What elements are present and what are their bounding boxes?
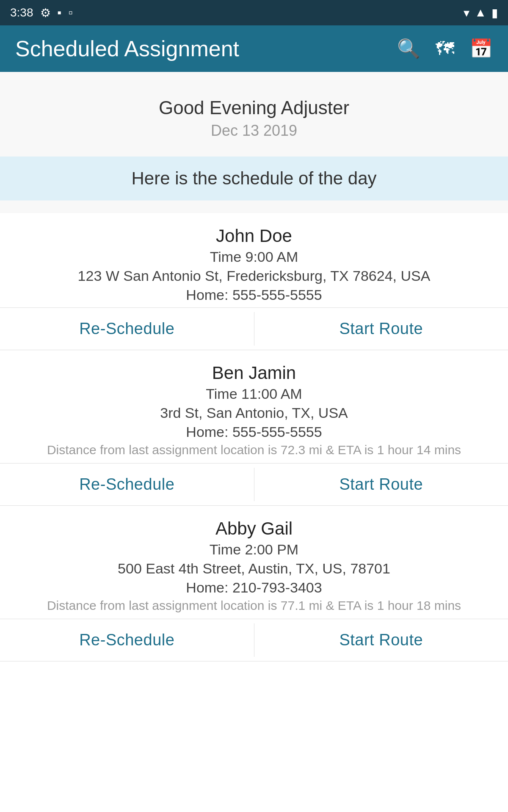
status-left: 3:38 ⚙ ▪ ▫: [10, 6, 72, 20]
card-actions-2: Re-Schedule Start Route: [0, 619, 508, 661]
assignment-card-1: Ben Jamin Time 11:00 AM 3rd St, San Anto…: [0, 350, 508, 506]
sim-icon: ▫: [68, 6, 72, 19]
assignment-list: John Doe Time 9:00 AM 123 W San Antonio …: [0, 213, 508, 661]
battery-box-icon: ▪: [58, 6, 62, 19]
settings-icon: ⚙: [40, 6, 51, 20]
status-time: 3:38: [10, 6, 33, 19]
assignment-distance-2: Distance from last assignment location i…: [17, 598, 491, 613]
assignment-phone-0: Home: 555-555-5555: [17, 287, 491, 303]
greeting-date: Dec 13 2019: [0, 122, 508, 140]
empty-space: [0, 661, 508, 812]
assignment-phone-1: Home: 555-555-5555: [17, 424, 491, 440]
start-route-button-1[interactable]: Start Route: [254, 464, 508, 505]
calendar-icon[interactable]: 📅: [469, 38, 493, 60]
assignment-card-0: John Doe Time 9:00 AM 123 W San Antonio …: [0, 213, 508, 350]
search-icon[interactable]: 🔍: [397, 38, 420, 60]
greeting-text: Good Evening Adjuster: [0, 97, 508, 118]
status-right: ▾ ▲ ▮: [464, 6, 498, 20]
wifi-icon: ▾: [464, 6, 469, 20]
greeting-section: Good Evening Adjuster Dec 13 2019: [0, 89, 508, 144]
card-actions-1: Re-Schedule Start Route: [0, 463, 508, 505]
card-actions-0: Re-Schedule Start Route: [0, 307, 508, 350]
status-bar: 3:38 ⚙ ▪ ▫ ▾ ▲ ▮: [0, 0, 508, 25]
assignment-card-2: Abby Gail Time 2:00 PM 500 East 4th Stre…: [0, 506, 508, 661]
reschedule-button-1[interactable]: Re-Schedule: [0, 464, 254, 505]
assignment-address-0: 123 W San Antonio St, Fredericksburg, TX…: [17, 268, 491, 284]
assignment-time-0: Time 9:00 AM: [17, 249, 491, 265]
assignment-time-2: Time 2:00 PM: [17, 541, 491, 558]
assignment-address-2: 500 East 4th Street, Austin, TX, US, 787…: [17, 560, 491, 577]
reschedule-button-2[interactable]: Re-Schedule: [0, 619, 254, 661]
map-icon[interactable]: 🗺: [436, 38, 454, 59]
app-bar-title: Scheduled Assignment: [15, 36, 239, 61]
assignment-name-0: John Doe: [17, 226, 491, 246]
signal-icon: ▲: [475, 6, 486, 19]
assignment-distance-1: Distance from last assignment location i…: [17, 443, 491, 457]
assignment-name-1: Ben Jamin: [17, 363, 491, 383]
app-bar: Scheduled Assignment 🔍 🗺 📅: [0, 25, 508, 72]
battery-icon: ▮: [491, 6, 498, 20]
schedule-banner: Here is the schedule of the day: [0, 156, 508, 200]
assignment-time-1: Time 11:00 AM: [17, 386, 491, 402]
start-route-button-0[interactable]: Start Route: [254, 308, 508, 350]
start-route-button-2[interactable]: Start Route: [254, 619, 508, 661]
assignment-phone-2: Home: 210-793-3403: [17, 579, 491, 596]
main-content: Good Evening Adjuster Dec 13 2019 Here i…: [0, 72, 508, 812]
reschedule-button-0[interactable]: Re-Schedule: [0, 308, 254, 350]
assignment-address-1: 3rd St, San Antonio, TX, USA: [17, 405, 491, 421]
app-bar-icons: 🔍 🗺 📅: [397, 38, 493, 60]
assignment-name-2: Abby Gail: [17, 518, 491, 539]
